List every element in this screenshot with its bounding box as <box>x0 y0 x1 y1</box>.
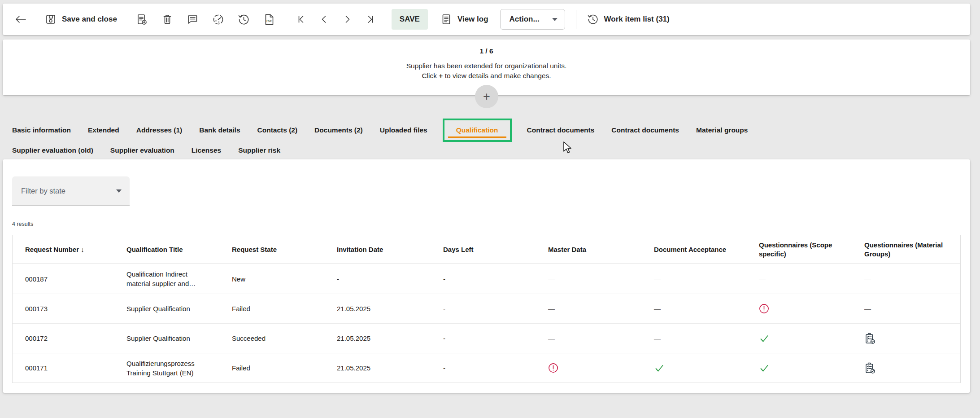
tab-supplier-evaluation-old[interactable]: Supplier evaluation (old) <box>12 146 93 154</box>
save-and-close-button[interactable]: Save and close <box>45 13 117 25</box>
filter-by-state-label: Filter by state <box>21 187 65 195</box>
create-document-icon[interactable] <box>136 13 148 26</box>
toolbar-divider <box>576 10 576 29</box>
view-log-label: View log <box>457 15 488 24</box>
expand-plus-button[interactable]: + <box>475 85 498 108</box>
page: { "colors": { "accent_orange": "#ed8a0a"… <box>0 0 980 418</box>
cell-invitation-date: 21.05.2025 <box>324 360 431 376</box>
last-record-icon[interactable] <box>365 14 375 25</box>
plus-icon: + <box>483 90 490 104</box>
column-header-request-number[interactable]: Request Number ↓ <box>13 242 114 258</box>
save-and-close-label: Save and close <box>62 15 117 24</box>
cell-qualification-title: Supplier Qualification <box>114 330 219 347</box>
notification-plus-glyph: + <box>439 72 443 79</box>
table-row-000172[interactable]: 000172Supplier QualificationSucceeded21.… <box>13 323 960 353</box>
comment-icon[interactable] <box>187 13 199 26</box>
sort-descending-icon: ↓ <box>79 246 84 253</box>
table-header-row: Request Number ↓Qualification TitleReque… <box>13 235 960 264</box>
tab-bank-details[interactable]: Bank details <box>199 126 240 134</box>
cell-request-state: Succeeded <box>219 330 324 347</box>
column-header-days-left[interactable]: Days Left <box>431 242 536 258</box>
notification-line-2: Click + to view details and make changes… <box>3 71 970 81</box>
cell-qualification-title: Supplier Qualification <box>114 300 219 317</box>
column-header-questionnaires-material-groups[interactable]: Questionnaires (Material Groups) <box>852 237 960 262</box>
tab-uploaded-files[interactable]: Uploaded files <box>380 126 427 134</box>
record-navigation <box>296 14 375 25</box>
notification-line-1: Supplier has been extended for organizat… <box>3 61 970 71</box>
tab-bar-row-1: Basic informationExtendedAddresses (1)Ba… <box>12 120 748 140</box>
empty-dash: — <box>654 334 661 343</box>
cell-questionnaires-scope: — <box>746 271 852 287</box>
cell-document-acceptance: — <box>641 271 746 287</box>
cell-questionnaires-scope <box>746 359 852 377</box>
cell-document-acceptance <box>641 359 746 377</box>
previous-record-icon[interactable] <box>319 14 330 25</box>
column-header-invitation-date[interactable]: Invitation Date <box>324 242 431 258</box>
cell-request-number: 000187 <box>13 271 114 287</box>
work-item-list-button[interactable]: Work item list (31) <box>587 13 670 25</box>
checkmark-icon <box>654 363 665 374</box>
column-header-request-state[interactable]: Request State <box>219 242 324 258</box>
cell-request-number: 000173 <box>13 300 114 317</box>
tab-supplier-evaluation[interactable]: Supplier evaluation <box>110 146 174 154</box>
filter-by-state-dropdown[interactable]: Filter by state <box>12 176 130 206</box>
gauge-icon[interactable] <box>212 13 224 26</box>
action-dropdown[interactable]: Action... <box>500 9 565 30</box>
cell-request-state: Failed <box>219 360 324 376</box>
empty-dash: — <box>654 304 661 313</box>
table-row-000187[interactable]: 000187Qualification Indirect material su… <box>13 264 960 294</box>
save-button[interactable]: SAVE <box>392 9 428 30</box>
tab-material-groups[interactable]: Material groups <box>696 126 748 134</box>
history-icon[interactable] <box>238 13 250 26</box>
cell-questionnaires-scope <box>746 330 852 348</box>
cell-request-state: New <box>219 271 324 287</box>
tab-contract-documents[interactable]: Contract documents <box>527 126 595 134</box>
cell-request-number: 000171 <box>13 360 114 376</box>
cell-master-data <box>536 359 641 377</box>
cell-days-left: - <box>431 330 536 347</box>
column-header-document-acceptance[interactable]: Document Acceptance <box>641 242 746 258</box>
work-item-list-label: Work item list (31) <box>604 15 670 24</box>
tab-contract-documents[interactable]: Contract documents <box>611 126 679 134</box>
cell-document-acceptance: — <box>641 330 746 347</box>
pdf-icon[interactable]: PDF <box>263 13 275 26</box>
mouse-cursor <box>562 141 574 156</box>
cell-master-data: — <box>536 271 641 287</box>
back-button[interactable] <box>14 13 27 25</box>
cell-invitation-date: 21.05.2025 <box>324 330 431 347</box>
cell-master-data: — <box>536 300 641 317</box>
tab-supplier-risk[interactable]: Supplier risk <box>238 146 280 154</box>
cell-request-number: 000172 <box>13 330 114 347</box>
tab-documents-2[interactable]: Documents (2) <box>314 126 363 134</box>
column-header-qualification-title[interactable]: Qualification Title <box>114 242 219 258</box>
tab-addresses-1[interactable]: Addresses (1) <box>136 126 183 134</box>
cell-master-data: — <box>536 330 641 347</box>
save-button-label: SAVE <box>400 15 420 24</box>
svg-text:PDF: PDF <box>266 19 272 22</box>
delete-icon[interactable] <box>161 13 173 25</box>
table-row-000173[interactable]: 000173Supplier QualificationFailed21.05.… <box>13 294 960 323</box>
cell-request-state: Failed <box>219 300 324 317</box>
view-log-document-icon <box>440 13 452 25</box>
questionnaire-clipboard-icon[interactable] <box>864 332 876 344</box>
cell-questionnaires-material <box>852 358 960 378</box>
first-record-icon[interactable] <box>296 14 307 25</box>
cell-document-acceptance: — <box>641 300 746 317</box>
questionnaire-clipboard-icon[interactable] <box>864 362 876 374</box>
table-row-000171[interactable]: 000171Qualifizierungsprozess Training St… <box>13 353 960 383</box>
next-record-icon[interactable] <box>342 14 353 25</box>
cell-days-left: - <box>431 300 536 317</box>
column-header-master-data[interactable]: Master Data <box>536 242 641 258</box>
view-log-button[interactable]: View log <box>440 13 488 25</box>
cell-questionnaires-material <box>852 329 960 348</box>
tab-contacts-2[interactable]: Contacts (2) <box>257 126 298 134</box>
notification-line-2-prefix: Click <box>422 72 437 79</box>
tab-qualification[interactable]: Qualification <box>444 120 510 140</box>
tab-licenses[interactable]: Licenses <box>192 146 221 154</box>
back-arrow-icon <box>14 13 27 25</box>
column-header-questionnaires-scope-specific[interactable]: Questionnaires (Scope specific) <box>746 237 852 262</box>
cell-questionnaires-material: — <box>852 271 960 287</box>
cell-qualification-title: Qualifizierungsprozess Training Stuttgar… <box>114 355 219 381</box>
tab-extended[interactable]: Extended <box>88 126 119 134</box>
tab-basic-information[interactable]: Basic information <box>12 126 71 134</box>
